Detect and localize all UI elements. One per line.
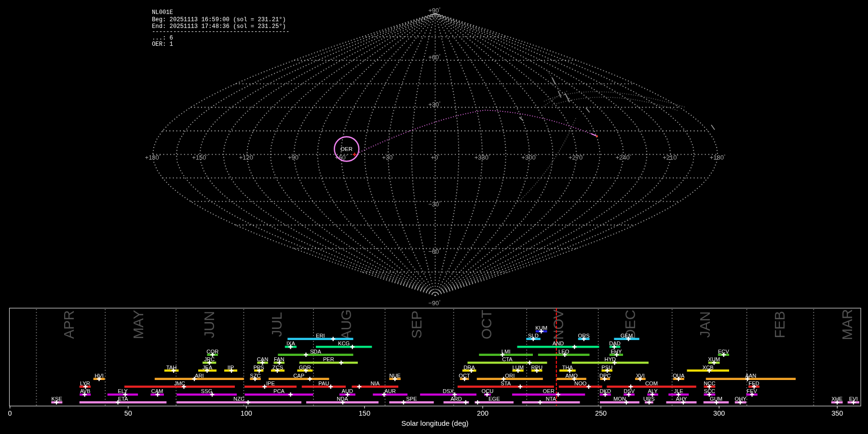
svg-text:+270°: +270° xyxy=(569,154,584,161)
svg-text:ARD: ARD xyxy=(450,396,462,402)
svg-text:NDA: NDA xyxy=(337,396,348,402)
svg-text:DRA: DRA xyxy=(463,365,475,370)
svg-text:CTA: CTA xyxy=(502,356,513,362)
svg-text:+30°: +30° xyxy=(428,101,440,108)
svg-text:+90°: +90° xyxy=(288,154,300,161)
svg-text:DPC: DPC xyxy=(599,373,611,379)
svg-text:URS: URS xyxy=(643,396,655,402)
svg-text:JRC: JRC xyxy=(204,356,215,362)
svg-text:TAH: TAH xyxy=(166,365,177,370)
svg-text:LMI: LMI xyxy=(502,349,511,354)
svg-text:XCB: XCB xyxy=(703,365,714,370)
svg-text:ETA: ETA xyxy=(118,396,128,402)
svg-text:+60°: +60° xyxy=(428,54,440,61)
svg-text:AND: AND xyxy=(553,340,564,346)
svg-text:RPU: RPU xyxy=(531,365,542,370)
svg-text:HVI: HVI xyxy=(95,373,104,379)
svg-text:NUE: NUE xyxy=(389,373,401,379)
svg-text:FAN: FAN xyxy=(274,356,285,362)
svg-text:COM: COM xyxy=(645,380,658,386)
svg-text:NZC: NZC xyxy=(233,396,244,402)
svg-text:NTA: NTA xyxy=(546,396,556,402)
svg-text:300: 300 xyxy=(713,409,725,417)
svg-text:ALY: ALY xyxy=(648,388,658,394)
svg-text:FED: FED xyxy=(748,380,759,386)
svg-text:Solar longitude (deg): Solar longitude (deg) xyxy=(401,419,468,427)
svg-text:350: 350 xyxy=(831,409,843,417)
svg-text:+300°: +300° xyxy=(521,154,537,161)
svg-text:ERI: ERI xyxy=(316,333,325,339)
svg-text:CAP: CAP xyxy=(293,373,304,379)
svg-text:SZC: SZC xyxy=(250,373,260,379)
svg-text:IXA: IXA xyxy=(286,340,296,346)
svg-text:IPE: IPE xyxy=(266,380,275,386)
svg-text:NOO: NOO xyxy=(574,380,587,386)
svg-text:50: 50 xyxy=(124,409,132,417)
svg-text:ORS: ORS xyxy=(578,333,590,339)
svg-text:+150°: +150° xyxy=(192,154,208,161)
svg-text:JUL: JUL xyxy=(269,312,285,337)
svg-text:+240°: +240° xyxy=(616,154,632,161)
svg-text:ARI: ARI xyxy=(195,373,204,379)
svg-text:NOV: NOV xyxy=(551,309,566,340)
svg-text:+180°: +180° xyxy=(145,154,161,161)
svg-text:NIA: NIA xyxy=(370,380,380,386)
svg-text:SEP: SEP xyxy=(409,311,424,339)
svg-text:OCT: OCT xyxy=(479,310,494,339)
svg-text:IIP: IIP xyxy=(228,365,234,370)
svg-text:FEB: FEB xyxy=(772,311,787,338)
svg-text:AUD: AUD xyxy=(342,388,353,394)
svg-text:100: 100 xyxy=(241,409,252,417)
svg-text:...: 6: ...: 6 xyxy=(152,35,173,41)
svg-text:AHY: AHY xyxy=(676,396,687,402)
svg-text:OER: 1: OER: 1 xyxy=(152,41,173,48)
svg-text:OER: OER xyxy=(543,388,555,394)
svg-text:150: 150 xyxy=(359,409,370,417)
svg-text:PCA: PCA xyxy=(273,388,285,394)
svg-text:KUM: KUM xyxy=(535,325,547,331)
svg-text:SSG: SSG xyxy=(201,388,213,394)
svg-text:Beg: 20251113 16:59:00 (sol =: Beg: 20251113 16:59:00 (sol = 231.21°) xyxy=(152,16,286,23)
svg-text:AMO: AMO xyxy=(565,373,578,379)
svg-text:PER: PER xyxy=(323,356,334,362)
svg-text:XVI: XVI xyxy=(636,373,645,379)
svg-text:AUR: AUR xyxy=(384,388,396,394)
svg-text:DKD: DKD xyxy=(599,388,611,394)
svg-text:−60°: −60° xyxy=(428,248,440,255)
svg-text:MAR: MAR xyxy=(840,309,855,340)
svg-text:DSV: DSV xyxy=(624,388,635,394)
svg-text:CAM: CAM xyxy=(151,388,163,394)
svg-text:JLE: JLE xyxy=(674,388,683,394)
svg-text:NL001E: NL001E xyxy=(152,9,173,16)
svg-text:0: 0 xyxy=(8,409,12,417)
svg-text:OCU: OCU xyxy=(482,388,494,394)
svg-text:DAD: DAD xyxy=(609,340,621,346)
svg-text:+90°: +90° xyxy=(428,7,440,14)
svg-text:EVI: EVI xyxy=(849,396,858,402)
svg-text:SLD: SLD xyxy=(528,333,539,339)
svg-text:OHY: OHY xyxy=(735,396,747,402)
svg-text:−30°: −30° xyxy=(428,201,440,208)
svg-text:APR: APR xyxy=(61,310,77,339)
svg-text:+120°: +120° xyxy=(239,154,255,161)
svg-text:CAN: CAN xyxy=(257,356,269,362)
svg-text:ORI: ORI xyxy=(505,373,515,379)
svg-text:NCC: NCC xyxy=(704,380,715,386)
svg-text:SPE: SPE xyxy=(406,396,417,402)
svg-text:MAY: MAY xyxy=(131,310,146,339)
svg-text:KSE: KSE xyxy=(52,396,62,402)
svg-text:GEM: GEM xyxy=(621,333,633,339)
svg-text:SDA: SDA xyxy=(310,349,322,354)
svg-text:COR: COR xyxy=(206,349,218,354)
svg-text:JEA: JEA xyxy=(203,365,213,370)
svg-text:AAN: AAN xyxy=(745,373,756,379)
svg-text:PAU: PAU xyxy=(318,380,329,386)
svg-text:ZCS: ZCS xyxy=(272,365,283,370)
svg-text:MON: MON xyxy=(613,396,626,402)
svg-text:LUM: LUM xyxy=(512,365,524,370)
svg-text:XUM: XUM xyxy=(708,356,720,362)
svg-text:THA: THA xyxy=(562,365,573,370)
svg-text:HYD: HYD xyxy=(605,356,616,362)
svg-text:+330°: +330° xyxy=(475,154,490,161)
svg-text:OCT: OCT xyxy=(459,373,470,379)
